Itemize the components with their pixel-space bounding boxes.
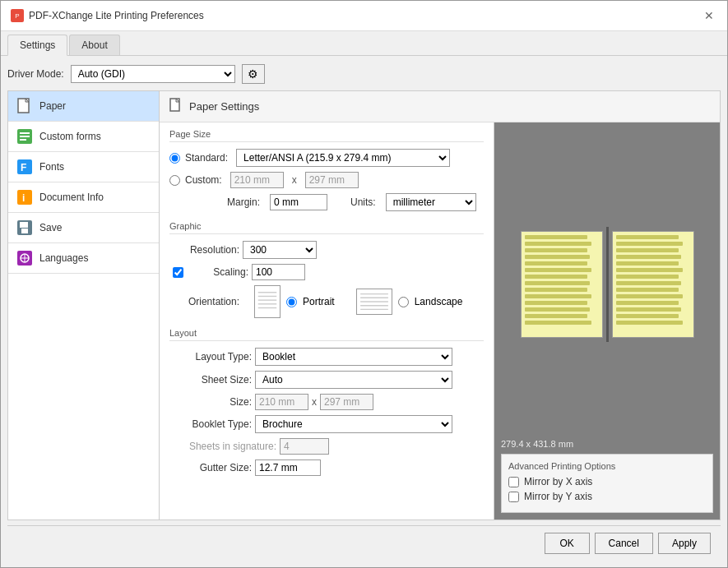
custom-label: Custom: bbox=[185, 174, 222, 186]
landscape-option: Landscape bbox=[356, 289, 463, 315]
panel-body: Page Size Standard: Letter/ANSI A (215.9… bbox=[160, 122, 720, 520]
title-bar: P PDF-XChange Lite Printing Preferences … bbox=[1, 1, 727, 31]
graphic-section: Graphic Resolution: 300 600 150 bbox=[169, 221, 484, 318]
docinfo-icon: i bbox=[16, 189, 33, 205]
sidebar-item-fonts[interactable]: F Fonts bbox=[8, 152, 159, 182]
close-button[interactable]: ✕ bbox=[701, 7, 717, 24]
scaling-label: Scaling: bbox=[187, 266, 248, 278]
orientation-row: Orientation: bbox=[169, 285, 484, 318]
custom-width-input[interactable] bbox=[230, 172, 284, 188]
preview-area: 279.4 x 431.8 mm Advanced Printing Optio… bbox=[494, 122, 720, 520]
mirror-x-checkbox[interactable] bbox=[508, 477, 519, 487]
bottom-bar: OK Cancel Apply bbox=[7, 525, 721, 561]
sidebar-item-save[interactable]: Save bbox=[8, 213, 159, 243]
units-label: Units: bbox=[350, 196, 376, 208]
sidebar-item-document-info[interactable]: i Document Info bbox=[8, 182, 159, 213]
layout-type-row: Layout Type: Booklet None N-up bbox=[169, 348, 484, 366]
driver-select[interactable]: Auto (GDI) bbox=[71, 65, 235, 83]
driver-row: Driver Mode: Auto (GDI) ⚙ bbox=[7, 62, 721, 85]
panel-header: Paper Settings bbox=[160, 91, 720, 122]
gutter-row: Gutter Size: bbox=[169, 459, 484, 476]
ok-button[interactable]: OK bbox=[545, 533, 590, 554]
advanced-title: Advanced Printing Options bbox=[508, 461, 706, 471]
mirror-y-checkbox[interactable] bbox=[508, 492, 519, 502]
preview-pages bbox=[521, 227, 694, 342]
mirror-y-label: Mirror by Y axis bbox=[524, 491, 592, 502]
main-window: P PDF-XChange Lite Printing Preferences … bbox=[0, 0, 728, 568]
sidebar: Paper Custom forms F Fonts i bbox=[7, 90, 160, 520]
portrait-radio[interactable] bbox=[286, 297, 297, 307]
svg-rect-2 bbox=[20, 132, 30, 134]
preview-size: 279.4 x 431.8 mm bbox=[501, 439, 573, 449]
margin-input[interactable] bbox=[270, 194, 327, 210]
tab-settings[interactable]: Settings bbox=[7, 35, 67, 56]
layout-section: Layout Layout Type: Booklet None N-up bbox=[169, 328, 484, 476]
booklet-type-select[interactable]: Brochure Perfect Bound bbox=[255, 415, 452, 433]
window-title: PDF-XChange Lite Printing Preferences bbox=[29, 10, 204, 21]
svg-text:i: i bbox=[22, 192, 25, 204]
landscape-radio[interactable] bbox=[398, 297, 409, 307]
panel-title: Paper Settings bbox=[189, 100, 259, 113]
mirror-y-row: Mirror by Y axis bbox=[508, 491, 706, 502]
resolution-select[interactable]: 300 600 150 bbox=[243, 241, 317, 259]
lang-icon bbox=[16, 250, 33, 266]
scaling-row: Scaling: bbox=[169, 264, 484, 280]
advanced-section: Advanced Printing Options Mirror by X ax… bbox=[501, 454, 713, 513]
landscape-icon bbox=[356, 289, 392, 315]
resolution-label: Resolution: bbox=[169, 244, 239, 256]
preview-page-left bbox=[521, 231, 603, 338]
portrait-label: Portrait bbox=[303, 296, 335, 307]
sheet-size-select[interactable]: Auto bbox=[255, 371, 452, 389]
sheet-size-row: Sheet Size: Auto bbox=[169, 371, 484, 389]
resolution-row: Resolution: 300 600 150 bbox=[169, 241, 484, 259]
gear-button[interactable]: ⚙ bbox=[242, 64, 265, 84]
tab-about[interactable]: About bbox=[69, 35, 119, 55]
gutter-input[interactable] bbox=[255, 459, 321, 476]
units-select[interactable]: millimeter inch point bbox=[386, 193, 476, 211]
orientation-label: Orientation: bbox=[169, 296, 239, 307]
standard-select[interactable]: Letter/ANSI A (215.9 x 279.4 mm) bbox=[236, 149, 450, 167]
save-icon bbox=[16, 219, 33, 236]
margin-label: Margin: bbox=[227, 196, 260, 208]
title-bar-left: P PDF-XChange Lite Printing Preferences bbox=[11, 9, 204, 22]
x-separator: x bbox=[292, 174, 297, 186]
booklet-type-label: Booklet Type: bbox=[169, 418, 252, 430]
sidebar-label-save: Save bbox=[39, 222, 62, 233]
layout-type-label: Layout Type: bbox=[169, 351, 252, 363]
settings-area: Page Size Standard: Letter/ANSI A (215.9… bbox=[160, 122, 494, 520]
size-row: Size: x bbox=[169, 394, 484, 410]
layout-type-select[interactable]: Booklet None N-up bbox=[255, 348, 452, 366]
svg-rect-3 bbox=[20, 136, 30, 137]
size-height-input[interactable] bbox=[320, 394, 373, 410]
sidebar-item-languages[interactable]: Languages bbox=[8, 243, 159, 274]
tabs-bar: Settings About bbox=[1, 31, 727, 56]
sheets-label: Sheets in signature: bbox=[169, 441, 276, 452]
landscape-label: Landscape bbox=[415, 296, 463, 307]
mirror-x-label: Mirror by X axis bbox=[524, 476, 592, 487]
graphic-title: Graphic bbox=[169, 221, 484, 234]
sidebar-item-custom-forms[interactable]: Custom forms bbox=[8, 122, 159, 152]
scaling-checkbox[interactable] bbox=[173, 267, 183, 278]
apply-button[interactable]: Apply bbox=[658, 533, 711, 554]
mirror-x-row: Mirror by X axis bbox=[508, 476, 706, 487]
custom-row: Custom: x bbox=[169, 172, 484, 188]
margin-row: Margin: Units: millimeter inch point bbox=[169, 193, 484, 211]
custom-radio[interactable] bbox=[169, 175, 180, 186]
sheets-input[interactable] bbox=[280, 438, 329, 455]
page-size-title: Page Size bbox=[169, 129, 484, 142]
svg-rect-11 bbox=[21, 229, 28, 233]
sidebar-label-languages: Languages bbox=[39, 252, 88, 264]
size-label: Size: bbox=[169, 396, 252, 408]
sidebar-label-docinfo: Document Info bbox=[39, 192, 104, 203]
standard-radio[interactable] bbox=[169, 153, 180, 164]
custom-height-input[interactable] bbox=[305, 172, 359, 188]
size-width-input[interactable] bbox=[255, 394, 308, 410]
preview-separator bbox=[606, 227, 609, 342]
standard-row: Standard: Letter/ANSI A (215.9 x 279.4 m… bbox=[169, 149, 484, 167]
standard-label: Standard: bbox=[185, 152, 228, 164]
layout-title: Layout bbox=[169, 328, 484, 341]
sidebar-item-paper[interactable]: Paper bbox=[8, 91, 159, 122]
cancel-button[interactable]: Cancel bbox=[595, 533, 653, 554]
sheets-row: Sheets in signature: bbox=[169, 438, 484, 455]
scaling-input[interactable] bbox=[252, 264, 305, 280]
